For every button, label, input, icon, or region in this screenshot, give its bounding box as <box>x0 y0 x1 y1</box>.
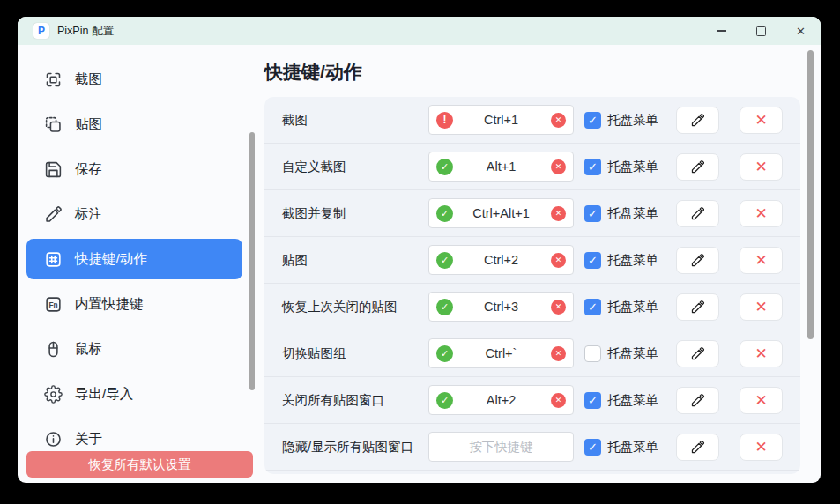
hotkey-row: 切换贴图组 ✓ Ctrl+` ✕ 托盘菜单 ✕ <box>264 330 800 377</box>
hotkey-value: Ctrl+Alt+1 <box>472 206 529 220</box>
edit-hotkey-button[interactable] <box>676 434 719 461</box>
delete-hotkey-button[interactable]: ✕ <box>740 107 783 134</box>
hotkey-value: Ctrl+1 <box>484 113 518 127</box>
tray-menu-checkbox[interactable]: ✓ <box>584 159 601 175</box>
page-title: 快捷键/动作 <box>264 60 362 85</box>
sidebar-item-label: 内置快捷键 <box>75 295 144 314</box>
sidebar-item-label: 截图 <box>75 70 102 89</box>
delete-hotkey-button[interactable]: ✕ <box>740 340 783 367</box>
maximize-icon <box>756 26 766 36</box>
clear-hotkey-icon[interactable]: ✕ <box>551 393 566 408</box>
edit-hotkey-button[interactable] <box>676 340 719 367</box>
maximize-button[interactable] <box>741 17 781 45</box>
tray-menu-checkbox[interactable]: ✓ <box>584 252 601 269</box>
status-ok-icon: ✓ <box>436 345 453 362</box>
hotkey-input[interactable]: ! Ctrl+1 ✕ <box>428 105 574 135</box>
pencil-icon <box>690 300 705 315</box>
hotkey-value: Ctrl+` <box>486 346 517 360</box>
clear-hotkey-icon[interactable]: ✕ <box>551 346 566 361</box>
pencil-icon <box>690 346 705 361</box>
clear-hotkey-icon[interactable]: ✕ <box>551 113 566 128</box>
tray-menu-checkbox[interactable]: ✓ <box>584 299 601 315</box>
delete-hotkey-button[interactable]: ✕ <box>740 247 783 274</box>
pencil-icon <box>690 393 705 408</box>
delete-hotkey-button[interactable]: ✕ <box>740 293 783 321</box>
sidebar-item-label: 关于 <box>75 430 102 448</box>
clear-hotkey-icon[interactable]: ✕ <box>551 300 566 315</box>
delete-hotkey-button[interactable]: ✕ <box>740 434 783 461</box>
tray-menu-checkbox[interactable]: ✓ <box>584 439 601 456</box>
sidebar-item-hotkeys-actions[interactable]: 快捷键/动作 <box>26 239 242 279</box>
hotkey-row: 关闭所有贴图窗口 ✓ Alt+2 ✕ ✓ 托盘菜单 ✕ <box>264 377 800 424</box>
hotkey-input[interactable]: ✓ Alt+1 ✕ <box>428 152 574 182</box>
hotkey-value: Alt+2 <box>487 393 516 407</box>
tray-menu-label: 托盘菜单 <box>607 439 660 456</box>
delete-hotkey-button[interactable]: ✕ <box>740 153 783 181</box>
titlebar: P PixPin 配置 ✕ <box>18 17 821 45</box>
edit-hotkey-button[interactable] <box>676 247 719 274</box>
hash-icon <box>44 250 63 269</box>
window-controls: ✕ <box>702 17 821 45</box>
sidebar-item-label: 鼠标 <box>75 340 102 359</box>
status-ok-icon: ✓ <box>436 159 453 175</box>
hotkey-input[interactable]: ✓ Ctrl+Alt+1 ✕ <box>428 198 574 228</box>
sidebar-item-label: 保存 <box>75 160 102 179</box>
sidebar-item-builtin-hotkeys[interactable]: Fn 内置快捷键 <box>26 284 242 324</box>
tray-menu-checkbox[interactable]: ✓ <box>584 392 601 409</box>
sidebar-item-label: 快捷键/动作 <box>75 250 147 269</box>
hotkey-row: 恢复上次关闭的贴图 ✓ Ctrl+3 ✕ ✓ 托盘菜单 ✕ <box>264 284 800 330</box>
tray-menu-checkbox[interactable]: ✓ <box>584 205 601 222</box>
tray-menu-label: 托盘菜单 <box>607 159 660 175</box>
save-icon <box>44 160 63 179</box>
sidebar-item-mouse[interactable]: 鼠标 <box>26 329 242 369</box>
hotkey-input[interactable]: 按下快捷键 <box>428 432 574 462</box>
sidebar-item-pin-image[interactable]: 贴图 <box>26 104 242 145</box>
pencil-icon <box>690 253 705 268</box>
hotkey-row: 隐藏/显示所有贴图窗口 按下快捷键 ✓ 托盘菜单 ✕ <box>264 424 800 471</box>
pencil-icon <box>44 205 63 224</box>
pencil-icon <box>690 206 705 221</box>
hotkey-row-label: 贴图 <box>282 252 428 269</box>
tray-menu-label: 托盘菜单 <box>607 345 660 362</box>
hotkey-input[interactable]: ✓ Alt+2 ✕ <box>428 385 574 415</box>
edit-hotkey-button[interactable] <box>676 387 719 414</box>
hotkey-input[interactable]: ✓ Ctrl+` ✕ <box>428 338 574 368</box>
tray-menu-checkbox[interactable]: ✓ <box>584 112 601 129</box>
sidebar-item-export-import[interactable]: 导出/导入 <box>26 374 242 414</box>
copy-icon <box>44 115 63 134</box>
edit-hotkey-button[interactable] <box>676 293 719 321</box>
window-title: PixPin 配置 <box>57 24 114 39</box>
tray-menu-label: 托盘菜单 <box>607 252 660 269</box>
minimize-button[interactable] <box>702 17 741 45</box>
sidebar-item-screenshot[interactable]: 截图 <box>26 59 242 100</box>
delete-hotkey-button[interactable]: ✕ <box>740 200 783 227</box>
edit-hotkey-button[interactable] <box>676 107 719 134</box>
hotkey-value: Ctrl+2 <box>484 253 518 267</box>
tray-menu-label: 托盘菜单 <box>607 299 660 315</box>
edit-hotkey-button[interactable] <box>676 153 719 181</box>
sidebar-item-label: 贴图 <box>75 115 102 134</box>
close-button[interactable]: ✕ <box>781 17 821 45</box>
sidebar-item-annotate[interactable]: 标注 <box>26 194 242 234</box>
delete-hotkey-button[interactable]: ✕ <box>740 387 783 414</box>
status-ok-icon: ✓ <box>436 205 453 222</box>
restore-defaults-button[interactable]: 恢复所有默认设置 <box>26 451 253 478</box>
hotkey-row-label: 截图并复制 <box>282 205 428 222</box>
content-scrollbar[interactable] <box>807 50 814 339</box>
sidebar-scrollbar[interactable] <box>249 132 255 390</box>
hotkey-input[interactable]: ✓ Ctrl+2 ✕ <box>428 245 574 275</box>
close-icon: ✕ <box>796 26 806 37</box>
hotkey-input[interactable]: ✓ Ctrl+3 ✕ <box>428 292 574 322</box>
fn-icon: Fn <box>44 295 63 314</box>
hotkey-row: 贴图 ✓ Ctrl+2 ✕ ✓ 托盘菜单 ✕ <box>264 237 800 284</box>
edit-hotkey-button[interactable] <box>676 200 719 227</box>
clear-hotkey-icon[interactable]: ✕ <box>551 253 566 268</box>
clear-hotkey-icon[interactable]: ✕ <box>551 206 566 221</box>
tray-menu-checkbox[interactable] <box>584 345 601 362</box>
pixpin-config-window: P PixPin 配置 ✕ 截图 贴图 保存 标注 快捷键/动作 Fn 内置快捷… <box>18 17 821 483</box>
pencil-icon <box>690 113 705 128</box>
sidebar-item-label: 导出/导入 <box>75 385 133 404</box>
hotkey-value: Ctrl+3 <box>484 300 518 314</box>
clear-hotkey-icon[interactable]: ✕ <box>551 159 566 174</box>
sidebar-item-save[interactable]: 保存 <box>26 149 242 189</box>
